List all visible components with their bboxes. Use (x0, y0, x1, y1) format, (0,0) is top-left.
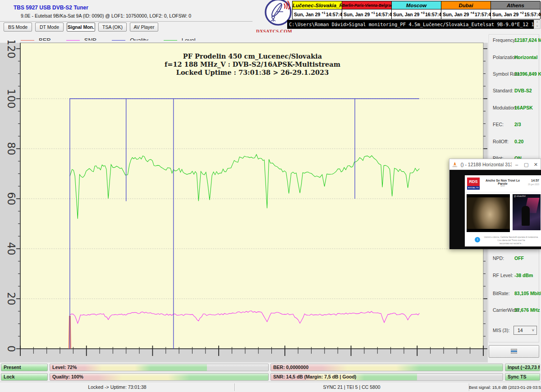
social-post: t Uomini e donne, Carlotta Savorelli ope… (465, 234, 541, 246)
y-axis-label: 80 (5, 142, 17, 155)
param-rf-level: RF Level:-38 dBm (493, 273, 540, 279)
param-polarization: Polarization:Horizontal (493, 55, 540, 61)
param-rolloff: RollOff:0.20 (493, 139, 540, 145)
minimize-button[interactable]: – (512, 160, 521, 169)
broadcast-date: 29 gen 2023 (528, 183, 539, 186)
clock-date: Sun, Jan 29 (443, 12, 469, 17)
chart-title: PF Prodelin 450 cm_Lucenec/Slovakia f=12… (134, 52, 371, 77)
video-thumbnail-singer (467, 194, 510, 232)
close-button[interactable]: ✕ (531, 160, 541, 169)
y-axis-label: 40 (5, 242, 17, 255)
vlc-window-title: () - 12188 Horizontal 31396,849... (461, 162, 512, 167)
scroll-up-icon[interactable]: ˄ (534, 20, 540, 24)
clock-date: Sun, Jan 29 (294, 12, 320, 17)
scroll-down-icon[interactable]: ˅ (534, 24, 540, 28)
twitter-icon: t (475, 237, 480, 242)
console-scrollbar[interactable]: ˄ ˅ (534, 20, 541, 29)
param-carrier-width: CarrierWidth:37,676 MHz (493, 307, 540, 314)
maximize-button[interactable]: ▢ (522, 160, 531, 169)
quality-bar: Quality: 100% (50, 373, 269, 381)
clock-utc-offset: +3 (421, 11, 425, 15)
lock-indicator: Lock (1, 373, 48, 381)
signal-history-plot: 020406080100120 (0, 41, 488, 361)
clock-utc-offset: +4 (470, 11, 474, 15)
y-axis-label: 120 (5, 41, 17, 59)
tab-dt-mode[interactable]: DT Mode (35, 23, 64, 32)
statusbar: Locked -> Uptime: 73:01:38 SYNC 21 | TEI… (0, 382, 541, 392)
vlc-video-area[interactable]: RDSSOCIAL TV Anche Se Non Trovi Le Parol… (449, 170, 541, 249)
stream-list-button[interactable] (489, 345, 539, 358)
ber-bar: BER: 0,0000000 (270, 364, 503, 371)
tab-av-player[interactable]: AV Player (130, 23, 158, 32)
header-divider (0, 21, 252, 22)
clock-date: Sun, Jan 29 (393, 12, 419, 17)
broadcast-time: 14:57 (531, 179, 539, 182)
clock-athens: Athens Sun, Jan 29 +2 15:57:40 (491, 1, 541, 19)
level-bar: Level: 72% (50, 364, 269, 371)
stream-stack-icon (511, 349, 517, 355)
param-npd: NPD:OFF (493, 255, 540, 262)
chart-bottom-divider (0, 362, 488, 363)
window-title: TBS 5927 USB DVB-S2 Tuner (14, 5, 88, 11)
param-fec: FEC:2/3 (493, 122, 540, 128)
y-axis-label: 20 (5, 292, 17, 305)
input-indicator: Input (~23,73 Mbps) (505, 364, 540, 371)
snr-bar: SNR: 14,5 dB (Margin: 7,5 dB | Good) (270, 373, 503, 381)
vlc-titlebar[interactable]: () - 12188 Horizontal 31396,849... – ▢ ✕ (449, 159, 541, 170)
clock-date: Sun, Jan 29 (492, 12, 518, 17)
clock-city-label: Berlin-Paris-Vienna-Belgrade (342, 1, 391, 9)
statusbar-uptime: Locked -> Uptime: 73:01:38 (0, 382, 234, 392)
clock-moscow: Moscow Sun, Jan 29 +3 16:57:40 (392, 1, 441, 19)
clock-city-label: Athens (491, 1, 540, 9)
clock-time: 15:57:40 (524, 12, 541, 17)
tab-signal-mon[interactable]: Signal Mon. (67, 23, 95, 32)
signal-chart-region: BER SNR Quality Level 020406080100120 PF… (0, 32, 488, 363)
param-symbol-rate: Symbol Rate:31396,849 KS/s (493, 71, 540, 77)
plot-background (20, 43, 483, 349)
rds-social-tv-logo: RDSSOCIAL TV (467, 178, 480, 190)
song-artist: Eitel (482, 184, 523, 187)
clock-utc-offset: +1 (371, 11, 375, 15)
clock-utc-offset: +2 (520, 11, 524, 15)
video-thumbnail-stage: @ elisatoffoli (513, 194, 541, 230)
statusbar-best-signal: Best signal: 15,8 dB (2023-01-29 03:56) (469, 382, 541, 392)
y-axis-label: 0 (5, 346, 17, 352)
clock-city-label: Moscow (392, 1, 441, 9)
chevron-down-icon: ˅ (532, 326, 534, 334)
clock-dubai: Dubai Sun, Jan 29 +4 17:57:40 (441, 1, 491, 19)
broadcast-card-header: RDSSOCIAL TV Anche Se Non Trovi Le Parol… (465, 175, 541, 192)
vlc-player-window: () - 12188 Horizontal 31396,849... – ▢ ✕… (449, 159, 541, 249)
present-indicator: Present (1, 364, 48, 371)
clock-city-label: Dubai (441, 1, 491, 9)
clock-city-label: Lučenec-Slovakia_R.Dávid (293, 1, 342, 9)
y-axis-label: 100 (5, 89, 17, 109)
clock-utc-offset: +1 (321, 11, 326, 15)
param-frequency: Frequency:12187,624 MHz (493, 37, 540, 44)
param-bitrate: BitRate:83,105 Mbit/s (493, 291, 540, 297)
tbs-tuner-window: TBS 5927 USB DVB-S2 Tuner 9.0E - Eutelsa… (0, 0, 541, 392)
clock-date: Sun, Jan 29 (344, 12, 370, 17)
tab-bs-mode[interactable]: BS Mode (4, 23, 32, 32)
mis-dropdown[interactable]: 14˅ (513, 326, 537, 335)
thumbnail-caption: @ elisatoffoli (514, 195, 526, 197)
vlc-cone-icon (452, 161, 458, 168)
clock-berlin: Berlin-Paris-Vienna-Belgrade Sun, Jan 29… (342, 1, 392, 19)
param-modulation: Modulation:16APSK (493, 105, 540, 111)
mode-tab-bar: BS Mode DT Mode Signal Mon. TSA (OK) AV … (4, 23, 158, 32)
satellite-subtitle: 9.0E - Eutelsat 9B/Ka-Sat 9A (ID: 0090) … (21, 13, 191, 18)
sync-ts-indicator: Sync TS (505, 373, 540, 381)
clock-lucenec: Lučenec-Slovakia_R.Dávid Sun, Jan 29 +1 … (293, 1, 342, 19)
command-prompt[interactable]: C:\Users\Roman Dávid>Signal monitoring_P… (287, 20, 534, 29)
param-standard: Standard:DVB-S2 (493, 88, 540, 94)
broadcast-card: RDSSOCIAL TV Anche Se Non Trovi Le Parol… (465, 175, 541, 246)
statusbar-sync-info: SYNC 21 | TEI 5 | CC 5800 (234, 382, 469, 392)
tab-tsa[interactable]: TSA (OK) (98, 23, 127, 32)
world-clocks: Lučenec-Slovakia_R.Dávid Sun, Jan 29 +1 … (292, 1, 540, 19)
y-axis-label: 60 (5, 192, 17, 205)
